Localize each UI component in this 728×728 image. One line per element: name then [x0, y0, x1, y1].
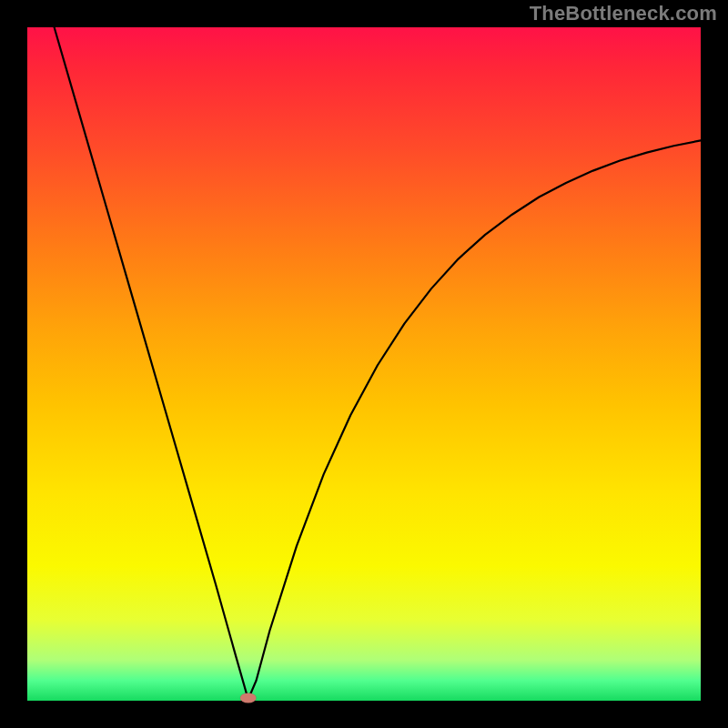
chart-svg: [27, 27, 701, 701]
bottleneck-curve: [55, 27, 701, 700]
minimum-marker: [240, 693, 257, 703]
plot-area: [27, 27, 701, 701]
watermark-text: TheBottleneck.com: [530, 2, 717, 25]
chart-frame: TheBottleneck.com: [0, 0, 728, 728]
